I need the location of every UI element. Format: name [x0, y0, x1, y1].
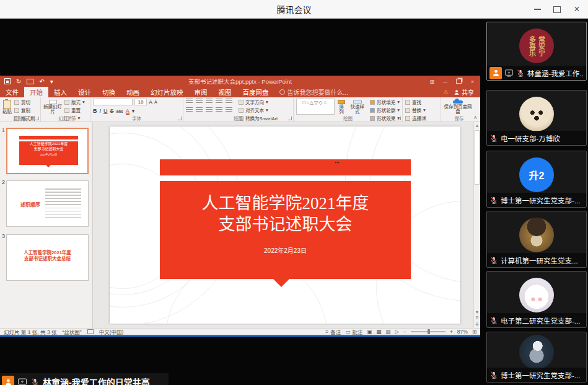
- slide-title-box[interactable]: 人工智能学院2021年度 支部书记述职大会 2022年2月23日: [160, 181, 411, 279]
- indent-decrease-icon[interactable]: [206, 99, 213, 104]
- shape-fill-button[interactable]: 形状填充▾: [370, 99, 400, 105]
- participant-tile[interactable]: 计算机第一研究生党支...: [486, 211, 587, 268]
- dialog-launcher-icon[interactable]: [288, 117, 292, 120]
- share-button[interactable]: 共享: [454, 87, 474, 97]
- layout-button[interactable]: 版式▾: [64, 99, 85, 105]
- redo-icon[interactable]: ↻: [16, 78, 21, 85]
- undo-icon[interactable]: ↶: [39, 78, 44, 85]
- bottom-participant-bar[interactable]: 林童涵-我爱工作的日常共高: [0, 373, 169, 385]
- tab-slideshow[interactable]: 幻灯片放映: [145, 87, 189, 97]
- shapes-gallery[interactable]: □○△▽◇☆: [296, 99, 335, 115]
- dialog-launcher-icon[interactable]: [35, 117, 39, 120]
- participant-tile[interactable]: 电一研支部-万博欣: [486, 90, 587, 146]
- shadow-button[interactable]: abc: [116, 109, 123, 113]
- line-spacing-icon[interactable]: [226, 99, 232, 104]
- tab-review[interactable]: 审阅: [189, 87, 213, 97]
- participant-name: 博士第一研究生党支部-...: [501, 370, 580, 380]
- strikethrough-button[interactable]: S: [110, 108, 114, 114]
- new-slide-button[interactable]: 新建幻灯片: [43, 99, 62, 115]
- zoom-out-icon[interactable]: −: [403, 329, 406, 335]
- view-normal-icon[interactable]: ▣: [367, 329, 372, 335]
- maximize-button[interactable]: [547, 0, 567, 19]
- slide-thumbnail-2[interactable]: 述职顺序: [6, 180, 89, 227]
- fit-to-window-icon[interactable]: ⊞: [472, 329, 476, 335]
- qat-customize-icon[interactable]: ▾: [50, 78, 53, 85]
- tab-baidu-netdisk[interactable]: 百度网盘: [237, 87, 274, 97]
- warning-icon[interactable]: ⚠: [443, 89, 449, 95]
- quick-styles-button[interactable]: 快速样式: [348, 99, 366, 115]
- align-right-icon[interactable]: [206, 107, 213, 112]
- minimize-button[interactable]: [527, 0, 547, 19]
- participant-tile[interactable]: 升2 博士第一研究生党支部-...: [486, 151, 587, 208]
- zoom-slider[interactable]: [411, 331, 445, 332]
- slideshow-icon[interactable]: [27, 79, 33, 84]
- dialog-launcher-icon[interactable]: [397, 117, 401, 120]
- scroll-down-icon[interactable]: ▼: [475, 310, 480, 314]
- slide-thumbnail-1[interactable]: 人工智能学院2021年度 支部书记述职大会 2022年2月23日: [6, 128, 89, 174]
- tab-file[interactable]: 文件: [0, 87, 24, 97]
- scroll-up-icon[interactable]: ▲: [475, 123, 480, 128]
- find-button[interactable]: 查找: [405, 99, 426, 105]
- tab-home[interactable]: 开始: [24, 87, 48, 97]
- save-to-baidu-button[interactable]: 保存到百度网盘: [444, 99, 472, 115]
- zoom-in-icon[interactable]: +: [450, 329, 453, 335]
- spellcheck-icon[interactable]: [87, 329, 94, 334]
- dialog-launcher-icon[interactable]: [178, 117, 182, 120]
- tab-view[interactable]: 视图: [213, 87, 237, 97]
- view-sorter-icon[interactable]: ▦: [376, 329, 381, 335]
- shape-outline-button[interactable]: 形状轮廓▾: [370, 107, 400, 113]
- save-icon[interactable]: [4, 78, 11, 84]
- cut-button[interactable]: 剪切: [14, 99, 35, 105]
- justify-icon[interactable]: [216, 107, 222, 112]
- view-slideshow-icon[interactable]: ▷: [395, 329, 399, 335]
- collapse-ribbon-icon[interactable]: ∧: [473, 115, 477, 120]
- tab-insert[interactable]: 插入: [48, 87, 72, 97]
- columns-icon[interactable]: [226, 107, 232, 112]
- arrange-button[interactable]: 排列: [337, 99, 346, 115]
- zoom-slider-thumb[interactable]: [428, 329, 430, 334]
- replace-button[interactable]: 替换▾: [405, 107, 426, 113]
- reset-button[interactable]: 重置: [64, 107, 85, 113]
- underline-button[interactable]: U: [103, 108, 108, 114]
- tab-design[interactable]: 设计: [72, 87, 97, 97]
- copy-button[interactable]: 复制: [14, 107, 35, 113]
- ribbon-options-icon[interactable]: ⊞: [426, 78, 439, 85]
- numbering-icon[interactable]: [196, 99, 203, 104]
- view-reading-icon[interactable]: ▥: [385, 329, 390, 335]
- tab-animations[interactable]: 动画: [121, 87, 145, 97]
- text-direction-button[interactable]: 文字方向▾: [239, 99, 278, 105]
- shrink-font-icon[interactable]: A: [154, 100, 157, 104]
- italic-button[interactable]: I: [100, 108, 102, 114]
- previous-slide-icon[interactable]: ⇈: [475, 316, 479, 321]
- grow-font-icon[interactable]: A: [149, 99, 152, 105]
- participant-tile[interactable]: 多喜乐 常安宁 林童涵-我爱工作...: [486, 22, 587, 81]
- current-slide[interactable]: 人工智能学院2021年度 支部书记述职大会 2022年2月23日: [110, 126, 460, 324]
- tab-transitions[interactable]: 切换: [97, 87, 121, 97]
- paste-button[interactable]: 粘贴: [2, 99, 12, 115]
- ppt-minimize-button[interactable]: ─: [439, 78, 452, 85]
- participant-tile[interactable]: 博士第一研究生党支部-...: [486, 332, 587, 383]
- close-button[interactable]: ×: [567, 0, 587, 19]
- participant-tile[interactable]: 电子第二研究生党支部-...: [486, 271, 587, 328]
- slide-scrollbar[interactable]: ▲ ▼ ⇈ ⇊: [473, 122, 480, 328]
- font-size-input[interactable]: 18: [134, 99, 147, 105]
- ppt-restore-button[interactable]: [456, 79, 462, 84]
- slide-thumbnail-3[interactable]: 人工智能学院2021年度 支部书记述职大会总结: [6, 234, 89, 281]
- font-name-input[interactable]: [93, 99, 133, 105]
- slide-top-banner[interactable]: [160, 159, 411, 175]
- tell-me-box[interactable]: 告诉我您想要做什么...: [274, 87, 353, 97]
- font-color-button[interactable]: A: [126, 108, 129, 115]
- ppt-close-button[interactable]: ×: [466, 78, 479, 85]
- indent-increase-icon[interactable]: [216, 99, 222, 104]
- slide-editing-area[interactable]: 人工智能学院2021年度 支部书记述职大会 2022年2月23日: [93, 122, 473, 328]
- zoom-level[interactable]: 87%: [457, 329, 468, 335]
- align-center-icon[interactable]: [196, 107, 203, 112]
- next-slide-icon[interactable]: ⇊: [475, 322, 479, 327]
- align-left-icon[interactable]: [186, 107, 193, 112]
- scrollbar-thumb[interactable]: [475, 130, 480, 185]
- font-color-dropdown-icon[interactable]: ▾: [132, 108, 135, 114]
- bullets-icon[interactable]: [186, 99, 193, 104]
- align-text-button[interactable]: 对齐文本▾: [239, 107, 278, 113]
- group-editing: 查找 替换▾ 选择▾ 编辑: [403, 97, 441, 122]
- bold-button[interactable]: B: [93, 108, 97, 114]
